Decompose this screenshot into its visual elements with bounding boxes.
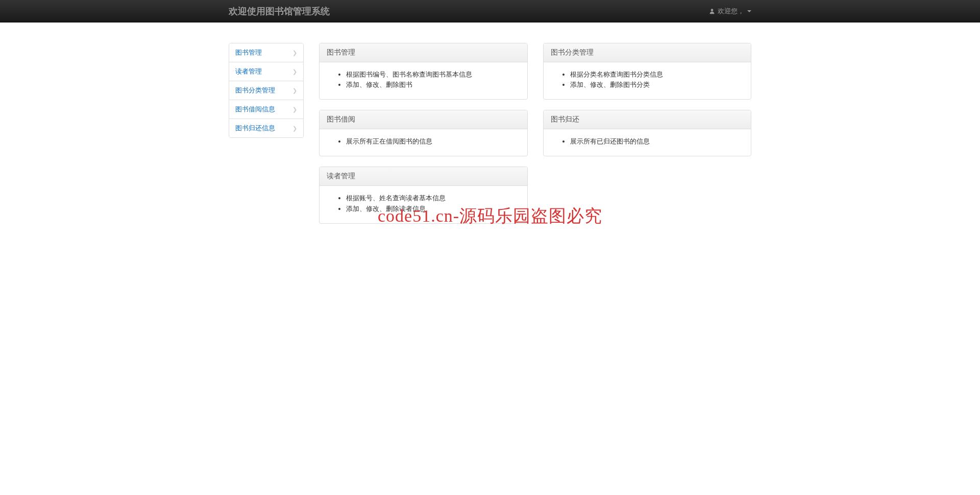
chevron-right-icon: ❯ [292,68,297,75]
list-item: 展示所有已归还图书的信息 [570,136,744,147]
main-content: 图书管理 根据图书编号、图书名称查询图书基本信息 添加、修改、删除图书 图书分类… [319,43,751,224]
sidebar-item-category-mgmt[interactable]: 图书分类管理 ❯ [229,81,303,100]
panel-return: 图书归还 展示所有已归还图书的信息 [543,110,752,156]
sidebar-item-label: 图书管理 [235,48,262,57]
user-icon [709,8,715,14]
sidebar: 图书管理 ❯ 读者管理 ❯ 图书分类管理 ❯ 图书借阅信息 ❯ 图书归还信息 ❯ [229,43,304,224]
panel-title: 图书归还 [544,110,751,129]
caret-down-icon [747,10,751,12]
panel-category-mgmt: 图书分类管理 根据分类名称查询图书分类信息 添加、修改、删除图书分类 [543,43,752,100]
sidebar-item-reader-mgmt[interactable]: 读者管理 ❯ [229,62,303,81]
panel-title: 图书借阅 [320,110,527,129]
panel-title: 图书管理 [320,43,527,62]
sidebar-item-label: 图书借阅信息 [235,105,275,114]
user-menu[interactable]: 欢迎您， [709,7,751,16]
panel-title: 图书分类管理 [544,43,751,62]
panel-reader-mgmt: 读者管理 根据账号、姓名查询读者基本信息 添加、修改、删除读者信息 [319,167,528,223]
chevron-right-icon: ❯ [292,50,297,56]
navbar: 欢迎使用图书馆管理系统 欢迎您， [0,0,980,22]
list-item: 添加、修改、删除读者信息 [346,204,520,214]
chevron-right-icon: ❯ [292,125,297,132]
chevron-right-icon: ❯ [292,87,297,94]
panel-title: 读者管理 [320,167,527,186]
sidebar-item-label: 图书分类管理 [235,86,275,95]
list-item: 添加、修改、删除图书 [346,80,520,90]
svg-point-0 [711,9,714,11]
list-item: 添加、修改、删除图书分类 [570,80,744,90]
sidebar-item-borrow-info[interactable]: 图书借阅信息 ❯ [229,100,303,119]
list-item: 根据图书编号、图书名称查询图书基本信息 [346,69,520,80]
list-item: 根据分类名称查询图书分类信息 [570,69,744,80]
sidebar-item-label: 读者管理 [235,67,262,76]
sidebar-item-label: 图书归还信息 [235,124,275,133]
chevron-right-icon: ❯ [292,106,297,113]
sidebar-item-return-info[interactable]: 图书归还信息 ❯ [229,119,303,137]
sidebar-item-book-mgmt[interactable]: 图书管理 ❯ [229,43,303,62]
panel-borrow: 图书借阅 展示所有正在借阅图书的信息 [319,110,528,156]
list-item: 展示所有正在借阅图书的信息 [346,136,520,147]
list-item: 根据账号、姓名查询读者基本信息 [346,193,520,203]
app-title: 欢迎使用图书馆管理系统 [229,5,330,17]
panel-book-mgmt: 图书管理 根据图书编号、图书名称查询图书基本信息 添加、修改、删除图书 [319,43,528,100]
user-label: 欢迎您， [718,7,744,16]
